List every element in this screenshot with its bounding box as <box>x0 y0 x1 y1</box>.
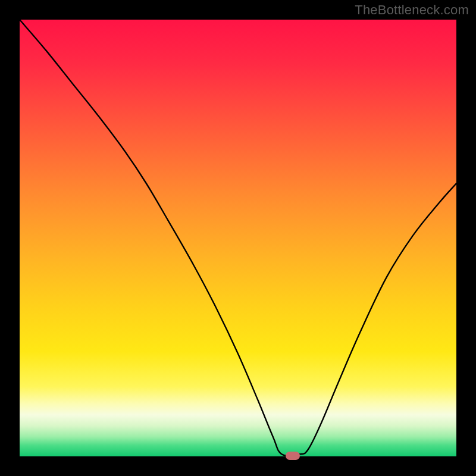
plot-background <box>20 20 456 456</box>
bottleneck-chart <box>0 0 476 476</box>
chart-stage: TheBottleneck.com <box>0 0 476 476</box>
optimal-marker <box>286 452 300 460</box>
watermark-text: TheBottleneck.com <box>355 2 469 18</box>
